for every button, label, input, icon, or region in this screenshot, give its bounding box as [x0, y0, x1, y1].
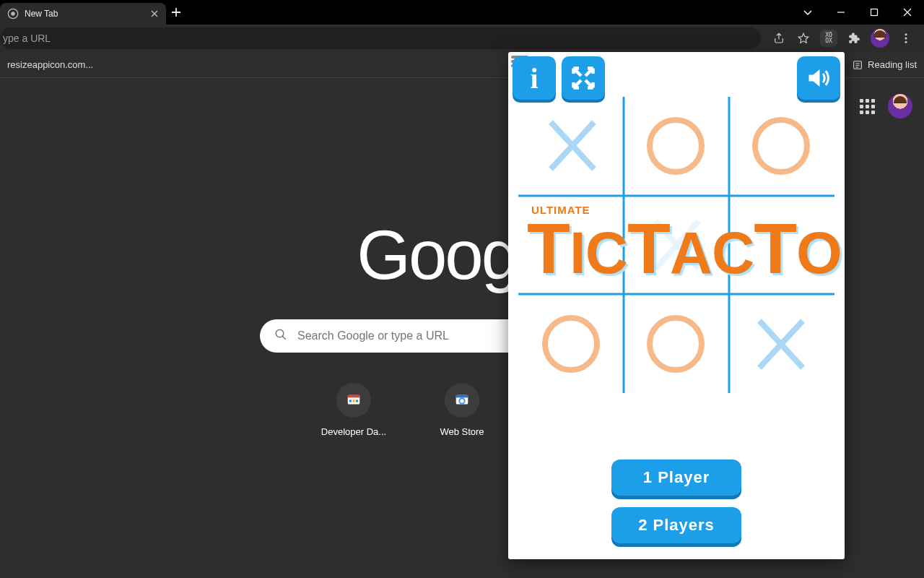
svg-point-3: [905, 33, 907, 35]
search-icon: [274, 328, 287, 344]
sound-button[interactable]: [797, 56, 840, 100]
kebab-menu-icon[interactable]: [898, 30, 914, 46]
svg-point-7: [276, 329, 284, 337]
window-controls: [791, 0, 924, 25]
svg-point-10: [349, 400, 352, 402]
omnibox-placeholder: ype a URL: [0, 33, 51, 44]
tictactoe-popup: i: [508, 52, 845, 559]
cell-o: [650, 120, 702, 172]
omnibox[interactable]: ype a URL: [0, 27, 761, 49]
chrome-favicon-icon: [7, 8, 19, 20]
cell-o: [650, 318, 702, 370]
cell-x: [551, 122, 594, 169]
titlebar: New Tab: [0, 0, 924, 25]
shortcut-label: Developer Da...: [321, 426, 386, 437]
google-apps-icon[interactable]: [860, 99, 875, 114]
fullscreen-button[interactable]: [562, 56, 605, 100]
shortcut-developer[interactable]: Developer Da...: [314, 383, 393, 437]
shortcut-icon: [336, 383, 371, 418]
one-player-button[interactable]: 1 Player: [611, 460, 741, 496]
speaker-icon: [806, 65, 832, 91]
extensions-icon[interactable]: [846, 30, 862, 46]
bookmark-star-icon[interactable]: [796, 30, 811, 46]
bookmark-label: resizeappicon.com...: [7, 59, 93, 70]
info-button[interactable]: i: [513, 56, 556, 100]
minimize-button[interactable]: [824, 0, 858, 25]
two-players-button[interactable]: 2 Players: [611, 507, 741, 543]
cell-o: [755, 120, 807, 172]
new-tab-button[interactable]: [166, 0, 186, 25]
reading-list-icon: [852, 59, 863, 71]
svg-point-12: [356, 400, 359, 402]
info-icon: i: [530, 61, 538, 95]
game-menu: 1 Player 2 Players: [508, 460, 845, 543]
svg-point-11: [352, 400, 355, 402]
ttt-board: [518, 97, 834, 393]
svg-point-4: [905, 38, 907, 40]
svg-rect-9: [348, 395, 360, 398]
popup-top-buttons: i: [513, 56, 840, 100]
share-icon[interactable]: [771, 30, 787, 46]
fullscreen-icon: [570, 65, 596, 91]
tab-close-button[interactable]: [149, 8, 160, 20]
browser-toolbar: ype a URL XOOX: [0, 25, 924, 52]
maximize-button[interactable]: [858, 0, 891, 25]
ntp-profile-avatar[interactable]: [888, 94, 912, 118]
reading-list-label: Reading list: [868, 59, 917, 70]
shortcut-label: Web Store: [440, 426, 484, 437]
tab-search-button[interactable]: [791, 0, 824, 25]
close-window-button[interactable]: [891, 0, 924, 25]
shortcut-webstore[interactable]: Web Store: [422, 383, 502, 437]
ntp-top-right: [860, 94, 912, 118]
cell-o: [545, 318, 597, 370]
bookmark-item[interactable]: resizeappicon.com...: [7, 59, 93, 70]
cell-x: [759, 321, 803, 368]
svg-point-1: [11, 12, 14, 15]
tab-title: New Tab: [25, 9, 58, 19]
shortcut-icon: [445, 383, 479, 418]
toolbar-actions: XOOX: [761, 29, 920, 48]
reading-list-button[interactable]: Reading list: [852, 59, 917, 71]
profile-avatar[interactable]: [871, 29, 889, 48]
cell-x-faint: [655, 221, 699, 269]
search-placeholder: Search Google or type a URL: [297, 329, 449, 342]
svg-point-5: [905, 41, 907, 43]
tictactoe-extension-icon[interactable]: XOOX: [820, 30, 837, 47]
browser-tab[interactable]: New Tab: [0, 3, 166, 25]
svg-rect-14: [456, 395, 468, 398]
svg-rect-2: [871, 9, 878, 16]
